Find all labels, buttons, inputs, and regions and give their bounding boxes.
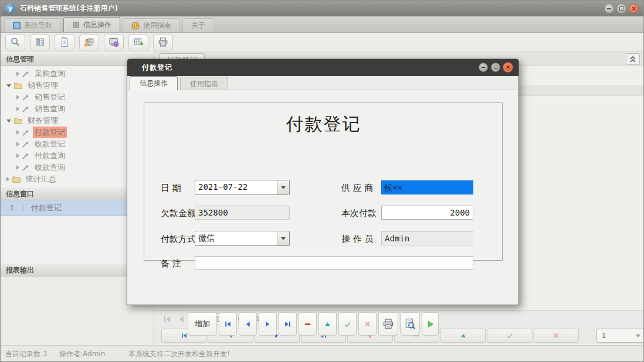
- toolbar-document-button[interactable]: [55, 35, 74, 50]
- expand-arrow-icon: [16, 165, 19, 170]
- dialog-tab-info-operate[interactable]: 信息操作: [130, 76, 178, 90]
- main-toolbar: [1, 33, 644, 52]
- status-record-count: 当前记录数 3: [5, 349, 47, 359]
- record-edit-button[interactable]: [440, 329, 486, 343]
- tree-item-label: 销售登记: [33, 91, 67, 103]
- tree-item-label: 统计汇总: [24, 173, 58, 185]
- x-icon: [364, 320, 371, 328]
- tab-info-operate[interactable]: 信息操作: [63, 17, 120, 32]
- payment-method-combobox[interactable]: 微信: [195, 231, 290, 246]
- main-tab-bar: 系统导航 信息操作 使用指南 关于: [1, 16, 644, 33]
- tool-icon: [22, 70, 29, 77]
- collapse-arrow-icon: [6, 84, 11, 87]
- tab-about[interactable]: 关于: [182, 18, 214, 32]
- prev-record-icon: [244, 320, 252, 328]
- dialog-body: 付款登记 日 期 2021-07-22 供 应 商 候×× 欠款金额 本次付款 …: [127, 90, 518, 305]
- delete-record-button[interactable]: [299, 312, 317, 336]
- dialog-controls: ×: [479, 63, 513, 72]
- tool-icon: [22, 152, 29, 159]
- print-preview-icon: [404, 318, 416, 330]
- print-button[interactable]: [378, 312, 398, 336]
- tree-item-label: 财务管理: [26, 115, 60, 127]
- tool-icon: [22, 129, 29, 136]
- tab-label: 信息操作: [83, 20, 111, 30]
- confirm-button[interactable]: [338, 312, 357, 336]
- tab-label: 关于: [191, 21, 205, 30]
- status-operator: 操作者:Admin: [59, 349, 105, 359]
- toolbar-user-report-button[interactable]: [79, 35, 99, 50]
- toolbar-search-button[interactable]: [5, 35, 25, 50]
- window-close-button[interactable]: ×: [629, 4, 639, 13]
- payment-label: 本次付款: [341, 208, 377, 219]
- check-icon: [506, 332, 513, 339]
- status-message: 本系统支持二次开发和全新开发!: [128, 349, 230, 359]
- tool-icon: [22, 94, 29, 101]
- tree-item-label: 销售查询: [33, 103, 67, 115]
- tab-user-guide[interactable]: 使用指南: [123, 18, 180, 32]
- dialog-close-button[interactable]: ×: [503, 63, 513, 72]
- combo-dropdown-button[interactable]: [277, 231, 289, 245]
- operator-field: [381, 231, 473, 245]
- toolbar-form-view-button[interactable]: [30, 35, 50, 50]
- edit-record-button[interactable]: [318, 312, 337, 336]
- coin-icon: [131, 22, 140, 30]
- record-cancel-button[interactable]: [534, 329, 579, 343]
- window-maximize-button[interactable]: [616, 4, 626, 13]
- method-label: 付款方式: [161, 234, 196, 245]
- tab-system-nav[interactable]: 系统导航: [4, 18, 61, 32]
- remark-input[interactable]: [195, 256, 473, 270]
- combobox-value: 1: [602, 332, 606, 340]
- collapse-panel-button[interactable]: [626, 53, 640, 65]
- window-minimize-button[interactable]: [604, 4, 614, 13]
- maximize-icon: [494, 66, 497, 69]
- folder-icon: [14, 118, 22, 124]
- remark-label: 备 注: [161, 258, 181, 269]
- chevron-down-icon: [636, 334, 640, 337]
- page-prev-button[interactable]: [177, 315, 186, 324]
- payment-amount-input[interactable]: [381, 206, 473, 220]
- debt-amount-field: [195, 206, 290, 220]
- form-title: 付款登记: [127, 112, 520, 136]
- tree-item-label-selected: 付款登记: [33, 127, 67, 138]
- toolbar-table-add-button[interactable]: [128, 35, 148, 50]
- window-titlebar: y 石料销售管理系统(非注册用户) ×: [1, 1, 644, 16]
- page-first-button[interactable]: [162, 315, 172, 324]
- supplier-field[interactable]: 候××: [381, 180, 473, 194]
- first-record-button[interactable]: [219, 312, 237, 336]
- dialog-tab-user-guide[interactable]: 使用指南: [180, 77, 228, 90]
- tree-item-label: 采购查询: [33, 68, 67, 80]
- dialog-minimize-button[interactable]: [479, 63, 488, 72]
- print-preview-button[interactable]: [400, 312, 420, 336]
- prev-record-button[interactable]: [239, 312, 257, 336]
- expand-arrow-icon: [16, 130, 19, 135]
- date-combobox[interactable]: 2021-07-22: [195, 180, 290, 195]
- minimize-icon: [482, 67, 485, 68]
- triangle-up-icon: [324, 320, 331, 328]
- dialog-button-bar: 增加: [188, 312, 439, 336]
- debt-label: 欠款金额: [161, 208, 196, 219]
- minimize-icon: [607, 8, 611, 9]
- supplier-label: 供 应 商: [341, 183, 374, 194]
- monitor-globe-icon: [109, 37, 119, 47]
- toolbar-monitor-globe-button[interactable]: [104, 35, 124, 50]
- tab-label: 系统导航: [24, 21, 52, 30]
- blue-square-icon: [13, 22, 21, 29]
- add-button[interactable]: 增加: [188, 312, 217, 336]
- close-icon: ×: [506, 64, 510, 70]
- play-icon: [426, 320, 434, 328]
- toolbar-printer-button[interactable]: [153, 35, 173, 50]
- expand-arrow-icon: [6, 177, 9, 182]
- printer-icon: [158, 37, 168, 47]
- run-button[interactable]: [422, 312, 439, 336]
- combo-dropdown-button[interactable]: [277, 180, 289, 194]
- next-record-button[interactable]: [259, 312, 277, 336]
- last-record-button[interactable]: [279, 312, 297, 336]
- tool-icon: [22, 105, 29, 112]
- cancel-button[interactable]: [358, 312, 377, 336]
- dialog-maximize-button[interactable]: [491, 63, 500, 72]
- date-value: 2021-07-22: [195, 180, 277, 194]
- x-icon: [553, 332, 560, 339]
- record-confirm-button[interactable]: [487, 329, 532, 343]
- window-title: 石料销售管理系统(非注册用户): [20, 4, 118, 13]
- record-count-combobox[interactable]: 1: [596, 329, 644, 343]
